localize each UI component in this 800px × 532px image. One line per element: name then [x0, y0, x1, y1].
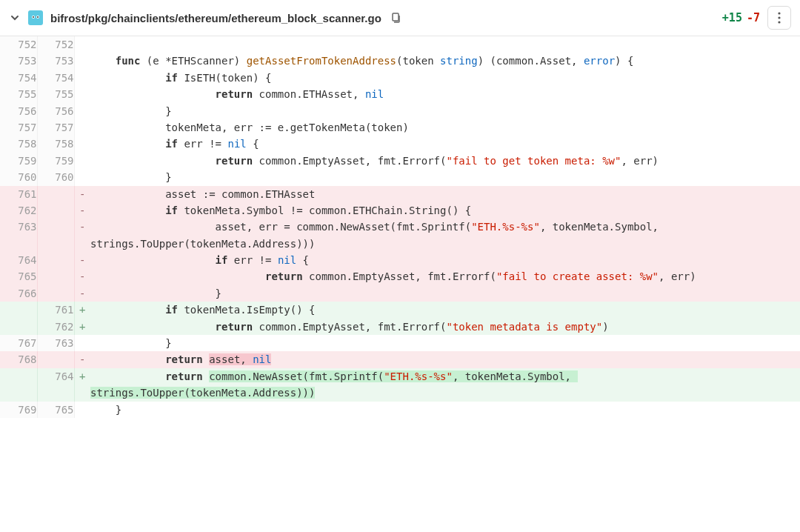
diff-line[interactable]: 765- return common.EmptyAsset, fmt.Error… [0, 268, 800, 285]
old-line-number[interactable]: 752 [0, 36, 37, 53]
diff-stats: +15 -7 [722, 11, 760, 24]
svg-point-2 [33, 16, 34, 18]
old-line-number[interactable] [0, 319, 37, 335]
new-line-number[interactable]: 755 [37, 86, 74, 102]
old-line-number[interactable]: 762 [0, 202, 37, 219]
code-content: } [90, 335, 800, 351]
diff-line[interactable]: 757757 tokenMeta, err := e.getTokenMeta(… [0, 119, 800, 136]
new-line-number[interactable]: 761 [37, 302, 74, 318]
diff-line[interactable]: 769765 } [0, 402, 800, 418]
svg-point-6 [778, 16, 780, 19]
diff-sign [74, 136, 90, 152]
code-content: } [90, 169, 800, 185]
new-line-number[interactable]: 758 [37, 136, 74, 152]
new-line-number[interactable] [37, 285, 74, 302]
new-line-number[interactable]: 756 [37, 103, 74, 119]
new-line-number[interactable]: 762 [37, 319, 74, 335]
old-line-number[interactable]: 757 [0, 119, 37, 136]
code-content: } [90, 402, 800, 418]
new-line-number[interactable] [37, 252, 74, 268]
diff-sign: - [74, 285, 90, 302]
diff-line[interactable]: 761+ if tokenMeta.IsEmpty() { [0, 302, 800, 318]
new-line-number[interactable]: 765 [37, 402, 74, 418]
code-content: tokenMeta, err := e.getTokenMeta(token) [90, 119, 800, 136]
diff-line[interactable]: 752752 [0, 36, 800, 53]
diff-line[interactable]: 760760 } [0, 169, 800, 185]
old-line-number[interactable]: 758 [0, 136, 37, 152]
additions-count: +15 [722, 11, 742, 24]
new-line-number[interactable] [37, 219, 74, 252]
new-line-number[interactable]: 764 [37, 368, 74, 402]
copy-path-icon[interactable] [389, 11, 402, 24]
old-line-number[interactable] [0, 368, 37, 402]
file-path[interactable]: bifrost/pkg/chainclients/ethereum/ethere… [50, 12, 381, 24]
diff-sign: + [74, 368, 90, 402]
go-file-icon [28, 10, 43, 25]
svg-point-3 [37, 16, 39, 18]
diff-line[interactable]: 763- asset, err = common.NewAsset(fmt.Sp… [0, 219, 800, 252]
old-line-number[interactable]: 761 [0, 186, 37, 202]
file-actions-menu-button[interactable] [767, 6, 791, 30]
code-content: if IsETH(token) { [90, 70, 800, 86]
code-content: asset := common.ETHAsset [90, 186, 800, 202]
diff-line[interactable]: 762+ return common.EmptyAsset, fmt.Error… [0, 319, 800, 335]
code-content: func (e *ETHScanner) getAssetFromTokenAd… [90, 53, 800, 69]
diff-sign [74, 153, 90, 169]
diff-line[interactable]: 753753 func (e *ETHScanner) getAssetFrom… [0, 53, 800, 69]
diff-line[interactable]: 768- return asset, nil [0, 351, 800, 368]
diff-sign [74, 402, 90, 418]
old-line-number[interactable]: 763 [0, 219, 37, 252]
diff-line[interactable]: 755755 return common.ETHAsset, nil [0, 86, 800, 102]
old-line-number[interactable]: 755 [0, 86, 37, 102]
old-line-number[interactable]: 754 [0, 70, 37, 86]
old-line-number[interactable]: 769 [0, 402, 37, 418]
diff-line[interactable]: 754754 if IsETH(token) { [0, 70, 800, 86]
diff-line[interactable]: 758758 if err != nil { [0, 136, 800, 152]
old-line-number[interactable]: 765 [0, 268, 37, 285]
code-content: return common.ETHAsset, nil [90, 86, 800, 102]
old-line-number[interactable]: 767 [0, 335, 37, 351]
new-line-number[interactable]: 757 [37, 119, 74, 136]
new-line-number[interactable]: 753 [37, 53, 74, 69]
diff-sign [74, 36, 90, 53]
diff-line[interactable]: 756756 } [0, 103, 800, 119]
code-content: if err != nil { [90, 252, 800, 268]
old-line-number[interactable]: 760 [0, 169, 37, 185]
new-line-number[interactable] [37, 202, 74, 219]
diff-table: 752752753753 func (e *ETHScanner) getAss… [0, 36, 800, 418]
code-content: if tokenMeta.IsEmpty() { [90, 302, 800, 318]
diff-line[interactable]: 764+ return common.NewAsset(fmt.Sprintf(… [0, 368, 800, 402]
new-line-number[interactable] [37, 268, 74, 285]
collapse-chevron-icon[interactable] [9, 12, 21, 24]
diff-line[interactable]: 761- asset := common.ETHAsset [0, 186, 800, 202]
diff-sign: + [74, 302, 90, 318]
svg-point-5 [778, 12, 780, 14]
new-line-number[interactable]: 763 [37, 335, 74, 351]
new-line-number[interactable]: 754 [37, 70, 74, 86]
old-line-number[interactable]: 766 [0, 285, 37, 302]
code-content: } [90, 285, 800, 302]
diff-sign: - [74, 202, 90, 219]
diff-line[interactable]: 766- } [0, 285, 800, 302]
old-line-number[interactable]: 753 [0, 53, 37, 69]
diff-line[interactable]: 767763 } [0, 335, 800, 351]
diff-line[interactable]: 762- if tokenMeta.Symbol != common.ETHCh… [0, 202, 800, 219]
old-line-number[interactable]: 759 [0, 153, 37, 169]
code-content: return common.EmptyAsset, fmt.Errorf("fa… [90, 153, 800, 169]
old-line-number[interactable]: 764 [0, 252, 37, 268]
new-line-number[interactable]: 759 [37, 153, 74, 169]
new-line-number[interactable] [37, 351, 74, 368]
old-line-number[interactable] [0, 302, 37, 318]
diff-line[interactable]: 764- if err != nil { [0, 252, 800, 268]
old-line-number[interactable]: 768 [0, 351, 37, 368]
old-line-number[interactable]: 756 [0, 103, 37, 119]
code-content: asset, err = common.NewAsset(fmt.Sprintf… [90, 219, 800, 252]
code-content: if tokenMeta.Symbol != common.ETHChain.S… [90, 202, 800, 219]
new-line-number[interactable]: 752 [37, 36, 74, 53]
code-content: return common.NewAsset(fmt.Sprintf("ETH.… [90, 368, 800, 402]
new-line-number[interactable] [37, 186, 74, 202]
new-line-number[interactable]: 760 [37, 169, 74, 185]
diff-line[interactable]: 759759 return common.EmptyAsset, fmt.Err… [0, 153, 800, 169]
code-content: if err != nil { [90, 136, 800, 152]
diff-sign: - [74, 219, 90, 252]
